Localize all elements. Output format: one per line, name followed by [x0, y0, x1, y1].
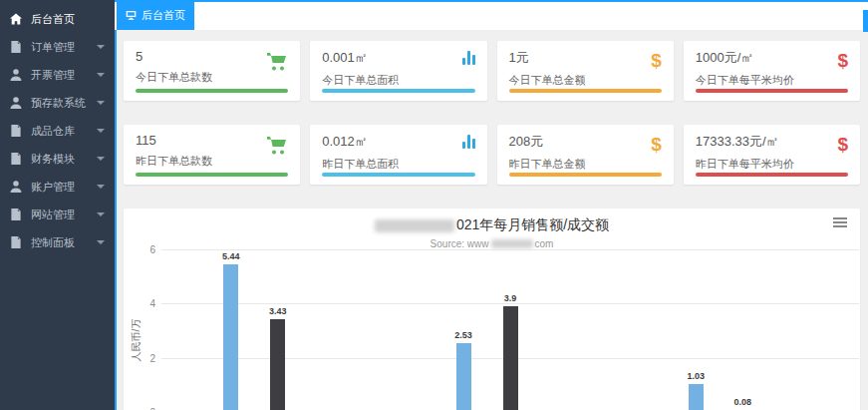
stat-value: 17333.33元/㎡ [696, 133, 848, 151]
content-area: 5今日下单总款数0.001㎡今日下单总面积1元今日下单总金额$1000元/㎡今日… [115, 30, 868, 410]
stat-card: 115昨日下单总款数 [124, 125, 300, 185]
stat-value: 0.001㎡ [322, 49, 474, 67]
stat-card: 0.001㎡今日下单总面积 [310, 41, 486, 101]
bar-value-label: 3.43 [269, 306, 287, 316]
bar-成交额-1日[interactable] [270, 319, 285, 410]
y-axis-tick: 4 [128, 298, 155, 309]
stat-underline [136, 173, 288, 177]
file-icon [10, 153, 24, 165]
sidebar-item-label: 控制面板 [31, 235, 75, 250]
stat-label: 昨日下单每平米均价 [696, 157, 848, 172]
file-icon [10, 236, 24, 248]
bar-value-label: 3.9 [504, 293, 517, 303]
user-icon [10, 69, 24, 81]
chevron-down-icon [97, 157, 105, 161]
bars-icon [462, 135, 475, 149]
sidebar-item-6[interactable]: 账户管理 [0, 173, 115, 201]
tab-bar: 后台首页 [115, 0, 868, 30]
user-icon [10, 181, 24, 193]
stat-card-row-yesterday: 115昨日下单总款数0.012㎡昨日下单总面积208元昨日下单总金额$17333… [124, 125, 860, 185]
sidebar-item-1[interactable]: 订单管理 [0, 33, 115, 61]
stat-value: 1000元/㎡ [696, 49, 848, 67]
sidebar-item-3[interactable]: 预存款系统 [0, 89, 115, 117]
cart-icon [265, 51, 288, 76]
sidebar-item-label: 后台首页 [31, 12, 75, 27]
stat-value: 1元 [509, 49, 662, 67]
dollar-icon: $ [837, 135, 848, 155]
home-icon [10, 13, 24, 25]
stat-card: 5今日下单总款数 [124, 41, 300, 101]
stat-underline [322, 173, 474, 177]
file-icon [10, 41, 24, 53]
sidebar-item-label: 网站管理 [31, 207, 75, 222]
stat-underline [509, 89, 662, 93]
sidebar-item-label: 预存款系统 [31, 96, 86, 111]
sidebar-item-label: 开票管理 [31, 68, 75, 83]
dollar-icon: $ [837, 51, 848, 71]
sidebar-item-label: 订单管理 [31, 40, 75, 55]
tab-backend-home[interactable]: 后台首页 [117, 0, 194, 30]
chevron-down-icon [97, 101, 105, 105]
dollar-icon: $ [651, 51, 662, 71]
y-axis-tick: 6 [128, 244, 155, 255]
stat-label: 今日下单总金额 [509, 73, 662, 88]
monitor-icon [126, 10, 137, 20]
sidebar-item-0[interactable]: 后台首页 [0, 5, 115, 33]
sidebar-item-label: 财务模块 [31, 152, 75, 167]
stat-underline [696, 89, 848, 93]
chevron-down-icon [97, 73, 105, 77]
bar-value-label: 0.08 [734, 397, 752, 407]
gridline [161, 303, 859, 304]
file-icon [10, 125, 24, 137]
user-icon [10, 97, 24, 109]
sales-chart-card: 021年每月销售额/成交额 Source: www com 0246人民币/万5… [124, 208, 860, 410]
sidebar: 后台首页订单管理开票管理预存款系统成品仓库财务模块账户管理网站管理控制面板 [0, 0, 115, 410]
cart-icon [265, 135, 288, 160]
stat-card: 17333.33元/㎡昨日下单每平米均价$ [684, 125, 860, 185]
bar-value-label: 2.53 [454, 330, 472, 340]
stat-underline [322, 89, 474, 93]
file-icon [10, 208, 24, 220]
tab-label: 后台首页 [142, 8, 185, 23]
bar-销售额-3日[interactable] [689, 384, 704, 410]
bar-成交额-2日[interactable] [503, 306, 518, 410]
stat-card: 1元今日下单总金额$ [497, 41, 674, 101]
stat-value: 208元 [509, 133, 662, 151]
sidebar-item-8[interactable]: 控制面板 [0, 228, 115, 256]
stat-card-row-today: 5今日下单总款数0.001㎡今日下单总面积1元今日下单总金额$1000元/㎡今日… [124, 41, 860, 101]
bar-value-label: 1.03 [688, 371, 706, 381]
stat-underline [696, 173, 848, 177]
main-column: 后台首页 5今日下单总款数0.001㎡今日下单总面积1元今日下单总金额$1000… [115, 0, 868, 410]
stat-underline [136, 89, 288, 93]
chevron-down-icon [97, 45, 105, 49]
sidebar-item-7[interactable]: 网站管理 [0, 201, 115, 228]
chevron-down-icon [97, 240, 105, 244]
bar-销售额-2日[interactable] [456, 343, 471, 410]
sidebar-item-4[interactable]: 成品仓库 [0, 117, 115, 145]
stat-label: 昨日下单总面积 [322, 157, 474, 172]
sidebar-item-label: 账户管理 [31, 180, 75, 195]
stat-underline [509, 173, 662, 177]
chevron-down-icon [97, 185, 105, 189]
tabbar-scrollbar-thumb[interactable] [863, 10, 868, 32]
stat-card: 0.012㎡昨日下单总面积 [310, 125, 486, 185]
sidebar-item-2[interactable]: 开票管理 [0, 61, 115, 89]
bar-value-label: 5.44 [222, 251, 240, 261]
stat-label: 今日下单总面积 [322, 73, 474, 88]
bar-chart-plot: 0246人民币/万5.443.431日2.533.92日1.030.083日 [124, 208, 860, 410]
y-axis-title: 人民币/万 [130, 319, 144, 362]
stat-label: 昨日下单总金额 [509, 157, 662, 172]
sidebar-item-label: 成品仓库 [31, 124, 75, 139]
chevron-down-icon [97, 212, 105, 216]
stat-label: 今日下单每平米均价 [696, 73, 848, 88]
bar-销售额-1日[interactable] [223, 264, 238, 410]
sidebar-item-5[interactable]: 财务模块 [0, 145, 115, 173]
stat-value: 0.012㎡ [322, 133, 474, 151]
gridline [161, 249, 859, 250]
stat-card: 1000元/㎡今日下单每平米均价$ [684, 41, 860, 101]
bars-icon [462, 51, 475, 65]
chevron-down-icon [97, 129, 105, 133]
stat-card: 208元昨日下单总金额$ [497, 125, 674, 185]
dollar-icon: $ [651, 135, 662, 155]
